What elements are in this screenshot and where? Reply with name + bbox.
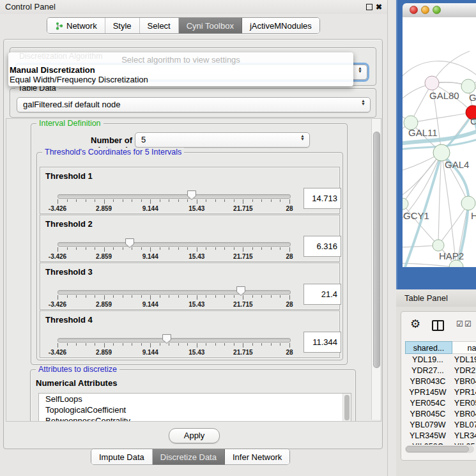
- mac-window-titlebar[interactable]: [403, 3, 476, 18]
- tab-label: Network: [66, 21, 97, 31]
- table-panel-header: Table Panel: [396, 289, 476, 307]
- tab-select[interactable]: Select: [140, 18, 179, 33]
- network-edge[interactable]: [411, 112, 473, 123]
- minimize-traffic-light-icon[interactable]: [421, 6, 429, 14]
- threshold-box-1: Threshold 1-3.4262.8599.14415.4321.71528…: [40, 167, 340, 214]
- cell-name: YBL07: [450, 420, 476, 431]
- tick-label: 21.715: [233, 253, 253, 260]
- cell-name: YBR04: [450, 376, 476, 387]
- table-row[interactable]: YBR043CYBR04: [405, 376, 476, 387]
- slider-track[interactable]: [58, 338, 291, 342]
- number-of-intervals-value: 5: [141, 133, 146, 147]
- control-panel: Control Panel ✖ NetworkStyleSelectCyni T…: [0, 0, 388, 476]
- combo-stepper-icon: ▲▼: [300, 134, 305, 141]
- table-header-row: shared... na: [405, 341, 476, 354]
- close-traffic-light-icon[interactable]: [410, 6, 418, 14]
- number-of-intervals-combo[interactable]: 5 ▲▼: [135, 132, 310, 148]
- dropdown-hint: Select algorithm to view settings: [8, 55, 353, 65]
- attribute-list-item[interactable]: TopologicalCoefficient: [39, 404, 351, 415]
- tab-label: Cyni Toolbox: [187, 21, 234, 31]
- tick-label: 2.859: [96, 349, 112, 356]
- node-pink[interactable]: [425, 76, 439, 90]
- table-hscrollbar-thumb[interactable]: [406, 446, 469, 452]
- cell-shared-name: YBR045C: [405, 409, 450, 420]
- attributes-scrollbar[interactable]: [342, 394, 351, 422]
- table-row[interactable]: YDR27...YDR27: [405, 365, 476, 376]
- numerical-attributes-list: SelfLoopsTopologicalCoefficientBetweenne…: [38, 393, 351, 422]
- network-edge[interactable]: [403, 61, 476, 80]
- network-canvas[interactable]: GAL80GACGAL11GAL4GCY1HHAP2: [403, 17, 476, 267]
- slider-track[interactable]: [58, 242, 291, 247]
- split-view-icon[interactable]: [432, 320, 444, 331]
- tick-label: 2.859: [96, 205, 112, 212]
- settings-scrollbar-thumb[interactable]: [373, 132, 380, 368]
- tab-label: Impute Data: [99, 452, 144, 462]
- node-green[interactable]: [461, 196, 475, 210]
- threshold-label: Threshold 4: [45, 315, 93, 325]
- threshold-value-field[interactable]: 11.344: [303, 332, 341, 353]
- table-row[interactable]: YBR045CYBR04: [405, 409, 476, 420]
- tick-label: 15.43: [188, 301, 204, 308]
- dropdown-option-manual[interactable]: Manual Discretization: [10, 65, 95, 75]
- slider-track[interactable]: [58, 194, 291, 199]
- node-label: H: [471, 210, 476, 221]
- attributes-scrollbar-thumb[interactable]: [344, 395, 349, 420]
- settings-scrollbar[interactable]: [371, 119, 381, 420]
- thresholds-group-title: Threshold's Coordinates for 5 Intervals: [42, 148, 184, 157]
- node-green[interactable]: [461, 79, 475, 93]
- threshold-value-field[interactable]: 21.4: [303, 284, 341, 305]
- tick-label: 28: [286, 301, 293, 308]
- table-row[interactable]: YDL19...YDL19: [405, 355, 476, 365]
- thresholds-group: Threshold's Coordinates for 5 Intervals …: [36, 152, 343, 360]
- bottom-tab-impute-data[interactable]: Impute Data: [91, 449, 153, 464]
- interval-definition-group: Interval Definition Number of Intervals …: [31, 123, 348, 365]
- tab-jactivemnodules[interactable]: jActiveMNodules: [242, 18, 319, 33]
- tick-label: 28: [286, 253, 293, 260]
- table-row[interactable]: YBL079WYBL07: [405, 420, 476, 431]
- table-panel-body: ⚙ ☑ ☑ shared... na YDL19...YDL19YDR27...…: [396, 307, 476, 476]
- tick-label: -3.426: [49, 253, 66, 260]
- threshold-box-2: Threshold 2-3.4262.8599.14415.4321.71528…: [40, 215, 340, 262]
- cell-shared-name: YIL052C: [405, 441, 450, 445]
- zoom-traffic-light-icon[interactable]: [433, 6, 441, 14]
- gear-icon[interactable]: ⚙: [410, 317, 420, 331]
- node-green[interactable]: [433, 240, 444, 251]
- node-green[interactable]: [403, 198, 408, 210]
- table-data-combo[interactable]: galFiltered.sif default node ▲▼: [17, 97, 371, 112]
- slider-track[interactable]: [58, 290, 291, 295]
- tab-network[interactable]: Network: [47, 18, 105, 33]
- attribute-list-item[interactable]: SelfLoops: [39, 394, 351, 404]
- threshold-value-field[interactable]: 6.316: [303, 236, 341, 257]
- settings-content: Discretization Algorithm ▲▼ Select algor…: [3, 39, 383, 449]
- cell-shared-name: YDL19...: [405, 355, 450, 365]
- table-horizontal-scrollbar[interactable]: [405, 445, 474, 453]
- column-header-shared-name[interactable]: shared...: [405, 341, 452, 354]
- table-row[interactable]: YER054CYER05: [405, 398, 476, 409]
- checkbox-icon[interactable]: ☑: [464, 319, 472, 328]
- tab-cyni-toolbox[interactable]: Cyni Toolbox: [179, 18, 242, 33]
- threshold-value-field[interactable]: 14.713: [303, 188, 341, 209]
- close-icon[interactable]: ✖: [376, 2, 382, 12]
- float-icon[interactable]: [366, 4, 372, 10]
- tick-label: -3.426: [49, 301, 66, 308]
- node-label: GCY1: [403, 210, 429, 221]
- table-row[interactable]: YIL052CYIL05: [405, 441, 476, 445]
- network-edge[interactable]: [403, 263, 456, 267]
- checkbox-icon[interactable]: ☑: [456, 319, 463, 328]
- table-row[interactable]: YPR145WYPR14: [405, 387, 476, 398]
- bottom-tab-discretize-data[interactable]: Discretize Data: [153, 449, 225, 464]
- tab-label: Infer Network: [233, 452, 282, 462]
- apply-button[interactable]: Apply: [169, 428, 220, 443]
- tab-style[interactable]: Style: [105, 18, 140, 33]
- bottom-tab-infer-network[interactable]: Infer Network: [225, 449, 289, 464]
- dropdown-option-equal-width[interactable]: Equal Width/Frequency Discretization: [10, 75, 148, 84]
- attribute-list-item[interactable]: BetweennessCentrality: [39, 415, 351, 422]
- combo-stepper-icon: ▲▼: [361, 99, 365, 105]
- tab-label: jActiveMNodules: [250, 21, 312, 31]
- cell-shared-name: YBL079W: [405, 420, 450, 431]
- column-header-name[interactable]: na: [452, 341, 476, 354]
- threshold-label: Threshold 1: [45, 171, 93, 181]
- table-row[interactable]: YLR345WYLR34: [405, 431, 476, 441]
- cell-name: YLR34: [450, 431, 476, 441]
- table-data-combo-value: galFiltered.sif default node: [23, 98, 120, 112]
